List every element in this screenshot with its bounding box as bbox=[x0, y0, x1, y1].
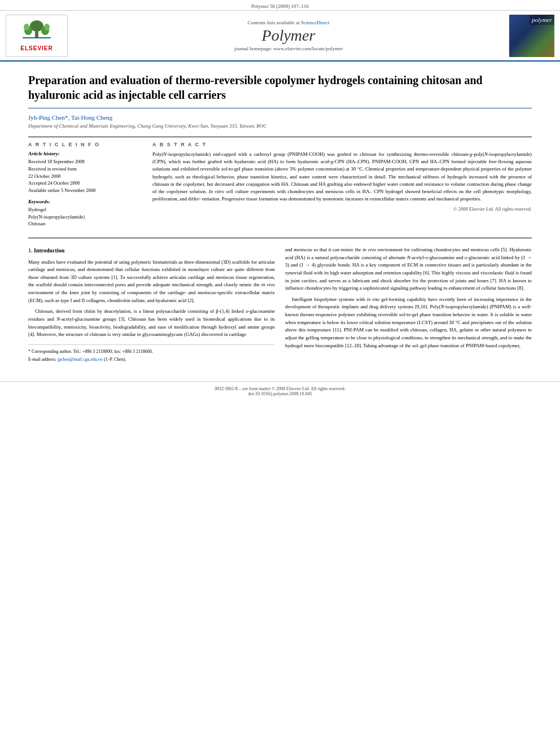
elsevier-tree-icon bbox=[20, 20, 54, 43]
revised-date: 22 October 2008 bbox=[28, 173, 141, 180]
polymer-logo: polymer bbox=[509, 15, 554, 57]
info-section: A R T I C L E I N F O Article history: R… bbox=[28, 137, 532, 228]
section-divider bbox=[28, 238, 532, 238]
body-col-left: 1. Introduction Many studies have evalua… bbox=[28, 246, 275, 364]
received-date: Received 18 September 2008 bbox=[28, 158, 141, 165]
body-columns: 1. Introduction Many studies have evalua… bbox=[28, 246, 532, 364]
svg-point-6 bbox=[44, 24, 50, 30]
section-title-text: Introduction bbox=[34, 247, 64, 254]
accepted-date: Accepted 24 October 2008 bbox=[28, 180, 141, 187]
article-info-heading: A R T I C L E I N F O bbox=[28, 142, 141, 147]
right-para-2: Intelligent biopolymer systems with in s… bbox=[285, 296, 532, 350]
article-info: A R T I C L E I N F O Article history: R… bbox=[28, 142, 141, 228]
bottom-text-1: 0032-3861/$ – see front matter © 2008 El… bbox=[28, 386, 532, 391]
journal-center-info: Contents lists available at ScienceDirec… bbox=[68, 20, 509, 51]
introduction-title: 1. Introduction bbox=[28, 246, 275, 255]
abstract-body: Poly(N-isopropylacrylamide) end-capped w… bbox=[152, 151, 532, 202]
main-content: Preparation and evaluation of thermo-rev… bbox=[0, 62, 560, 375]
right-para-1: and meniscus so that it can mimic the in… bbox=[285, 246, 532, 292]
keywords-label: Keywords: bbox=[28, 199, 141, 204]
journal-homepage: journal homepage: www.elsevier.com/locat… bbox=[73, 46, 504, 51]
keyword-3: Chitosan bbox=[28, 220, 141, 228]
history-label: Article history: bbox=[28, 151, 141, 156]
science-direct-line: Contents lists available at ScienceDirec… bbox=[73, 20, 504, 25]
keyword-2: Poly(N-isopropylacrylamide) bbox=[28, 213, 141, 221]
author-names: Jyh-Ping Chen*, Tai-Hong Cheng bbox=[28, 114, 112, 121]
bottom-text-2: doi:10.1016/j.polymer.2008.10.045 bbox=[28, 391, 532, 396]
received-revised-label: Received in revised form bbox=[28, 165, 141, 173]
journal-header: ELSEVIER Contents lists available at Sci… bbox=[0, 11, 560, 62]
affiliation: Department of Chemical and Materials Eng… bbox=[28, 123, 532, 129]
science-direct-link[interactable]: ScienceDirect bbox=[301, 20, 329, 25]
abstract-section: A B S T R A C T Poly(N-isopropylacrylami… bbox=[152, 142, 532, 228]
intro-para-2: Chitosan, derived from chitin by deacety… bbox=[28, 308, 275, 339]
body-col-right: and meniscus so that it can mimic the in… bbox=[285, 246, 532, 364]
elsevier-logo: ELSEVIER bbox=[6, 15, 68, 57]
journal-title: Polymer bbox=[73, 27, 504, 45]
polymer-logo-text: polymer bbox=[530, 15, 554, 25]
section-number: 1. bbox=[28, 247, 33, 254]
abstract-heading: A B S T R A C T bbox=[152, 142, 532, 147]
footnotes: * Corresponding author. Tel.: +886 3 211… bbox=[28, 344, 275, 362]
footnote-email: E-mail address: jpchen@mail.cgu.edu.tw (… bbox=[28, 356, 275, 362]
footnote-star: * Corresponding author. Tel.: +886 3 211… bbox=[28, 348, 275, 355]
abstract-text: Poly(N-isopropylacrylamide) end-capped w… bbox=[152, 151, 532, 203]
contents-available-text: Contents lists available at bbox=[248, 20, 300, 25]
available-online-date: Available online 5 November 2008 bbox=[28, 187, 141, 194]
svg-point-5 bbox=[24, 24, 29, 30]
authors: Jyh-Ping Chen*, Tai-Hong Cheng bbox=[28, 114, 532, 121]
elsevier-label: ELSEVIER bbox=[20, 45, 53, 51]
intro-para-1: Many studies have evaluated the potentia… bbox=[28, 259, 275, 305]
bottom-bar: 0032-3861/$ – see front matter © 2008 El… bbox=[0, 381, 560, 401]
article-title: Preparation and evaluation of thermo-rev… bbox=[28, 73, 532, 108]
top-bar: Polymer 50 (2009) 107–116 bbox=[0, 0, 560, 11]
svg-rect-0 bbox=[23, 37, 51, 38]
copyright-notice: © 2008 Elsevier Ltd. All rights reserved… bbox=[152, 206, 532, 212]
citation-info: Polymer 50 (2009) 107–116 bbox=[251, 3, 308, 9]
email-link[interactable]: jpchen@mail.cgu.edu.tw bbox=[58, 357, 103, 362]
keyword-1: Hydrogel bbox=[28, 206, 141, 213]
